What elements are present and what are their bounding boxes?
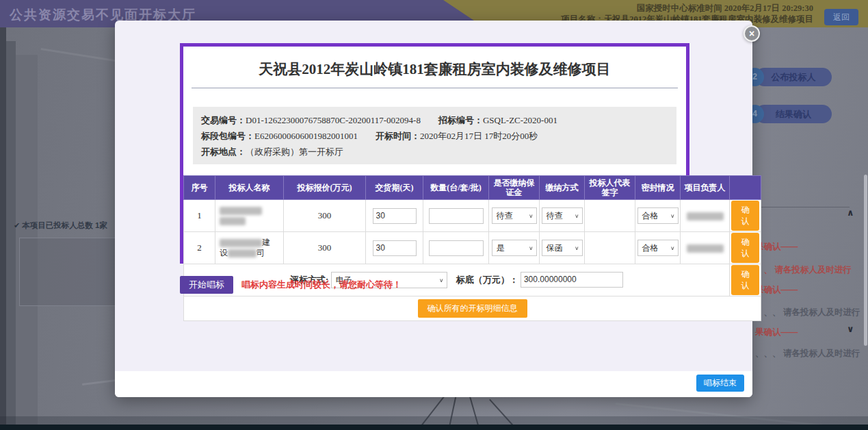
bid-price-cell: 300 xyxy=(284,200,366,232)
scroll-down-icon[interactable]: ∨ xyxy=(847,324,854,334)
project-title: 天祝县2012年炭山岭镇181套廉租房室内装修及维修项目 xyxy=(183,59,686,79)
deposit-cell: 待查∨ xyxy=(489,200,540,232)
trade-info-value: （政府采购）第一开标厅 xyxy=(246,147,343,157)
table-row: 1300待查∨待查∨合格∨确认 xyxy=(184,200,761,232)
bidders-table: 序号投标人名称投标报价(万元)交货期(天)数量(台/套/批)是否缴纳保证金缴纳方… xyxy=(183,175,761,321)
notice-item: 、、、 请各投标人及时进行 xyxy=(755,348,860,359)
bid-opening-dialog: 天祝县2012年炭山岭镇181套廉租房室内装修及维修项目 交易编号：D01-12… xyxy=(115,21,752,397)
divider xyxy=(754,207,850,207)
pay-method-cell: 待查∨ xyxy=(540,200,585,232)
dropdown[interactable]: 保函∨ xyxy=(542,240,583,256)
trade-info-line1: 交易编号：D01-12622300076758870C-20200117-002… xyxy=(201,112,668,128)
chevron-down-icon: ∨ xyxy=(575,245,579,251)
bidder-name-redacted: 建设司 xyxy=(217,238,282,258)
column-header: 数量(台/套/批) xyxy=(423,176,489,200)
dropdown[interactable]: 待查∨ xyxy=(492,207,537,224)
trade-info-label: 开标地点： xyxy=(201,147,246,157)
column-header: 缴纳方式 xyxy=(540,176,585,200)
column-header: 投标人名称 xyxy=(215,176,284,200)
trade-info-label: 招标编号： xyxy=(438,115,483,125)
column-header: 交货期(天) xyxy=(366,176,423,200)
back-button[interactable]: 返回 xyxy=(824,9,858,25)
trade-info-box: 交易编号：D01-12622300076758870C-20200117-002… xyxy=(193,107,676,164)
name-line xyxy=(220,205,282,216)
seal-cell: 合格∨ xyxy=(635,232,681,264)
chevron-down-icon: ∨ xyxy=(575,213,579,219)
signin-count-label: ✔本项目已投标人总数 1家 xyxy=(14,220,107,231)
bid-opening-hall-app: 公共资源交易不见面开标大厅 国家授时中心标准时间 2020年2月17日 20:2… xyxy=(0,0,868,430)
column-header: 密封情况 xyxy=(635,176,681,200)
chevron-down-icon: ∨ xyxy=(529,213,534,219)
redacted-text xyxy=(220,207,262,215)
delivery-input[interactable] xyxy=(373,208,417,224)
bidder-list-box xyxy=(19,238,123,306)
confirm-row-button[interactable]: 确认 xyxy=(731,233,759,263)
result-confirm-button[interactable]: 4 结果确认 xyxy=(755,105,832,123)
quantity-input[interactable] xyxy=(429,208,484,224)
divider xyxy=(192,88,678,88)
trade-info-item: 标段包编号：E6206000606001982001001 xyxy=(201,131,358,141)
dropdown[interactable]: 待查∨ xyxy=(542,207,583,224)
trade-info-value: E6206000606001982001001 xyxy=(254,131,358,141)
scrollbar-thumb[interactable] xyxy=(864,175,867,346)
project-manager-cell xyxy=(681,232,730,264)
notice-item: 、、 请各投标人及时进行 xyxy=(755,264,852,276)
pay-method-cell: 保函∨ xyxy=(540,232,585,264)
trade-info-label: 交易编号： xyxy=(201,115,246,125)
confirm-eval-button[interactable]: 确认 xyxy=(731,265,759,295)
dropdown-value: 待查 xyxy=(547,210,563,222)
column-header: 序号 xyxy=(184,176,215,200)
bid-detail-panel: 天祝县2012年炭山岭镇181套廉租房室内装修及维修项目 交易编号：D01-12… xyxy=(180,43,689,264)
trade-info-item: 招标编号：GSQL-ZC-2020-001 xyxy=(438,115,557,125)
delivery-cell xyxy=(366,232,423,264)
chevron-down-icon: ∨ xyxy=(670,245,675,251)
column-header: 是否缴纳保证金 xyxy=(489,176,540,200)
quantity-cell xyxy=(423,232,489,264)
stage-decor xyxy=(0,416,868,425)
delivery-cell xyxy=(366,200,423,232)
chevron-down-icon: ∨ xyxy=(439,277,444,283)
dropdown[interactable]: 是∨ xyxy=(492,240,537,256)
base-price-input[interactable] xyxy=(521,272,623,288)
redacted-text xyxy=(687,244,724,253)
wait-notice-text: 唱标内容生成时间较长，请您耐心等待！ xyxy=(241,279,402,291)
project-manager-cell xyxy=(681,200,730,232)
confirm-cell: 确认 xyxy=(730,232,761,264)
start-roll-call-button[interactable]: 开始唱标 xyxy=(180,276,233,294)
finish-roll-call-button[interactable]: 唱标结束 xyxy=(696,375,744,392)
dropdown[interactable]: 合格∨ xyxy=(637,240,679,256)
trade-info-item: 交易编号：D01-12622300076758870C-20200117-002… xyxy=(201,115,421,125)
scroll-up-icon[interactable]: ∧ xyxy=(847,207,854,218)
bidders-table-head-row: 序号投标人名称投标报价(万元)交货期(天)数量(台/套/批)是否缴纳保证金缴纳方… xyxy=(184,176,761,200)
delivery-input[interactable] xyxy=(373,240,417,256)
confirm-row-button[interactable]: 确认 xyxy=(731,201,759,231)
bidder-name-cell: 建设司 xyxy=(215,232,284,264)
confirm-all-button[interactable]: 确认所有的开标明细信息 xyxy=(418,299,527,318)
close-icon[interactable]: × xyxy=(744,25,760,42)
stage-decor xyxy=(6,41,16,430)
redacted-text xyxy=(220,239,262,247)
name-line: 建 xyxy=(220,238,282,248)
name-line xyxy=(220,216,282,226)
dropdown-value: 是 xyxy=(497,242,505,254)
trade-info-line2: 标段包编号：E6206000606001982001001开标时间：2020年0… xyxy=(201,128,668,160)
bidder-name-cell xyxy=(215,200,284,232)
quantity-cell xyxy=(423,200,489,232)
confirm-cell: 确认 xyxy=(730,200,761,232)
quantity-input[interactable] xyxy=(429,240,484,256)
redacted-text xyxy=(228,249,257,257)
column-header: 项目负责人 xyxy=(681,176,730,200)
stage-decor xyxy=(0,27,6,430)
trade-info-value: 2020年02月17日 17时20分00秒 xyxy=(420,131,538,141)
standard-time-text: 国家授时中心标准时间 2020年2月17日 20:29:30 xyxy=(561,3,813,14)
rep-sign-cell xyxy=(585,232,635,264)
rep-sign-cell xyxy=(585,200,635,232)
dropdown-value: 合格 xyxy=(642,242,659,254)
publish-bidders-button[interactable]: 2 公布投标人 xyxy=(755,68,832,86)
bottom-dark-bar xyxy=(0,425,868,430)
notice-item: 果确认—— xyxy=(755,284,798,296)
trade-info-item: 开标时间：2020年02月17日 17时20分00秒 xyxy=(376,131,538,141)
start-roll-call-row: 开始唱标 唱标内容生成时间较长，请您耐心等待！ xyxy=(180,276,402,294)
dropdown[interactable]: 合格∨ xyxy=(637,207,679,224)
table-row: 2建设司300是∨保函∨合格∨确认 xyxy=(184,232,761,264)
